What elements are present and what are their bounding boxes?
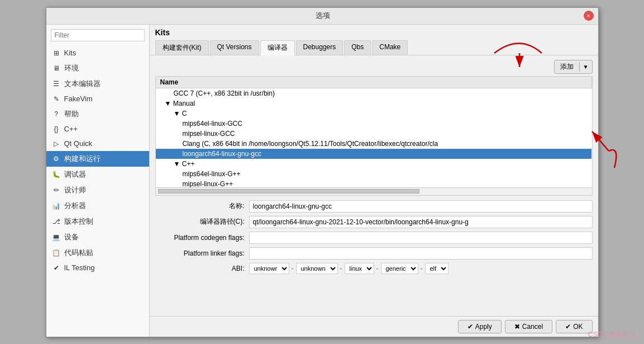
platform-linker-label: Platform linker flags: — [155, 249, 245, 257]
sidebar-item-build-run[interactable]: ⚙ 构建和运行 — [46, 151, 149, 167]
sidebar-item-label: 调试器 — [64, 169, 86, 180]
horizontal-scrollbar[interactable] — [155, 188, 593, 196]
platform-codegen-row: Platform codegen flags: — [155, 232, 593, 244]
fakevim-icon: ✎ — [52, 95, 61, 103]
table-row[interactable]: ▼ C — [156, 109, 592, 119]
filter-input[interactable] — [51, 29, 145, 41]
table-row[interactable]: ▼ Manual — [156, 98, 592, 109]
sidebar-item-label: IL Testing — [64, 263, 95, 272]
name-input[interactable] — [249, 200, 593, 213]
table-row[interactable]: mipsel-linux-G++ — [156, 179, 592, 188]
tab-compilers[interactable]: 编译器 — [260, 40, 295, 55]
abi-label: ABI: — [155, 265, 245, 272]
dialog-title: 选项 — [62, 11, 584, 21]
sidebar-item-text-editor[interactable]: ☰ 文本编辑器 — [46, 76, 149, 92]
row-loongarch-gcc: loongarch64-linux-gnu-gcc — [156, 149, 592, 159]
sidebar-item-version-control[interactable]: ⎇ 版本控制 — [46, 214, 149, 229]
platform-codegen-input[interactable] — [249, 232, 593, 244]
help-icon: ? — [52, 110, 61, 119]
text-editor-icon: ☰ — [52, 79, 61, 88]
table-row[interactable]: ▼ C++ — [156, 159, 592, 169]
abi-sep1: - — [292, 265, 294, 272]
compiler-tree[interactable]: Name GCC 7 (C++, x86 32bit in /usr/bin) … — [155, 76, 593, 188]
sidebar-item-label: 设备 — [64, 232, 79, 242]
abi-bits-select[interactable]: generic — [381, 263, 418, 274]
row-clang-c: Clang (C, x86 64bit in /home/loongson/Qt… — [156, 139, 592, 149]
apply-icon: ✔ — [468, 323, 473, 331]
tab-qt-versions[interactable]: Qt Versions — [210, 40, 259, 55]
row-gcc7: GCC 7 (C++, x86 32bit in /usr/bin) — [156, 88, 592, 98]
tree-header: Name — [156, 77, 592, 88]
ok-button[interactable]: ✔ OK — [556, 320, 592, 333]
sidebar-item-environment[interactable]: 🖥 环境 — [46, 60, 149, 76]
apply-button[interactable]: ✔ Apply — [458, 320, 502, 333]
apply-label: Apply — [475, 323, 492, 331]
cancel-label: Cancel — [522, 323, 543, 331]
sidebar: ⊞ Kits 🖥 环境 ☰ 文本编辑器 ✎ FakeVim ? 帮助 {} C+… — [46, 25, 150, 337]
sidebar-item-fakevim[interactable]: ✎ FakeVim — [46, 92, 149, 106]
tab-qbs[interactable]: Qbs — [344, 40, 371, 55]
table-row[interactable]: GCC 7 (C++, x86 32bit in /usr/bin) — [156, 88, 592, 98]
cancel-icon: ✖ — [514, 323, 520, 331]
tab-kits[interactable]: 构建套件(Kit) — [155, 40, 209, 55]
abi-format-select[interactable]: elf — [425, 263, 449, 274]
tabs-bar: 构建套件(Kit) Qt Versions 编译器 Debuggers Qbs … — [155, 40, 593, 55]
sidebar-item-testing[interactable]: ✔ IL Testing — [46, 261, 149, 275]
sidebar-item-label: 构建和运行 — [64, 154, 101, 164]
main-content: 添加 ▼ Linux ICC MinGW ▶ — [150, 55, 598, 316]
table-row[interactable]: mipsel-linux-GCC — [156, 129, 592, 139]
add-button[interactable]: 添加 ▼ Linux ICC MinGW ▶ — [554, 60, 593, 74]
sidebar-item-cpp[interactable]: {} C++ — [46, 122, 149, 136]
sidebar-item-label: C++ — [64, 125, 78, 133]
qtquick-icon: ▷ — [52, 139, 61, 148]
sidebar-item-kits[interactable]: ⊞ Kits — [46, 46, 149, 60]
sidebar-item-label: 版本控制 — [64, 216, 93, 227]
tab-debuggers[interactable]: Debuggers — [296, 40, 344, 55]
platform-linker-input[interactable] — [249, 247, 593, 260]
sidebar-item-label: 环境 — [64, 63, 79, 73]
sidebar-item-help[interactable]: ? 帮助 — [46, 106, 149, 122]
abi-arch-select[interactable]: unknowr — [249, 263, 289, 274]
table-row[interactable]: mips64el-linux-G++ — [156, 169, 592, 179]
abi-select-group: unknowr - unknown - linux - — [249, 263, 593, 274]
expand-icon: ▼ — [174, 110, 182, 117]
add-button-label: 添加 — [555, 60, 579, 73]
sidebar-item-label: Kits — [64, 49, 77, 57]
compiler-table: Name GCC 7 (C++, x86 32bit in /usr/bin) … — [156, 77, 592, 188]
expand-icon: ▼ — [174, 160, 182, 168]
table-row[interactable]: mips64el-linux-GCC — [156, 119, 592, 129]
analyzer-icon: 📊 — [52, 201, 61, 210]
abi-sep4: - — [421, 265, 423, 272]
sidebar-item-designer[interactable]: ✏ 设计师 — [46, 182, 149, 198]
ok-icon: ✔ — [565, 323, 571, 331]
cancel-button[interactable]: ✖ Cancel — [505, 320, 552, 333]
designer-icon: ✏ — [52, 186, 61, 195]
table-row[interactable]: Clang (C, x86 64bit in /home/loongson/Qt… — [156, 139, 592, 149]
abi-os-select[interactable]: unknown — [296, 263, 338, 274]
sidebar-item-code-paste[interactable]: 📋 代码粘贴 — [46, 245, 149, 261]
abi-flavor-select[interactable]: linux — [345, 263, 374, 274]
code-paste-icon: 📋 — [52, 248, 61, 257]
testing-icon: ✔ — [52, 263, 61, 272]
table-row[interactable]: loongarch64-linux-gnu-gcc — [156, 149, 592, 159]
main-title: Kits — [155, 28, 593, 37]
abi-sep2: - — [340, 265, 342, 272]
sidebar-item-qtquick[interactable]: ▷ Qt Quick — [46, 136, 149, 151]
tab-cmake[interactable]: CMake — [372, 40, 408, 55]
sidebar-item-label: 文本编辑器 — [64, 79, 101, 89]
sidebar-item-debugger[interactable]: 🐛 调试器 — [46, 167, 149, 182]
name-column-header: Name — [156, 77, 592, 88]
compiler-path-input[interactable] — [249, 216, 593, 228]
name-row: 名称: — [155, 200, 593, 213]
row-c: ▼ C — [156, 109, 592, 119]
sidebar-item-analyzer[interactable]: 📊 分析器 — [46, 198, 149, 214]
platform-linker-row: Platform linker flags: — [155, 247, 593, 260]
close-button[interactable]: × — [584, 11, 594, 21]
sidebar-item-devices[interactable]: 💻 设备 — [46, 229, 149, 245]
dialog-body: ⊞ Kits 🖥 环境 ☰ 文本编辑器 ✎ FakeVim ? 帮助 {} C+… — [46, 25, 598, 337]
row-manual: ▼ Manual — [156, 98, 592, 109]
row-mipsel-gcc: mipsel-linux-GCC — [156, 129, 592, 139]
add-button-arrow[interactable]: ▼ — [579, 62, 592, 72]
expand-icon: ▼ — [165, 100, 173, 107]
sidebar-item-label: 代码粘贴 — [64, 248, 93, 258]
